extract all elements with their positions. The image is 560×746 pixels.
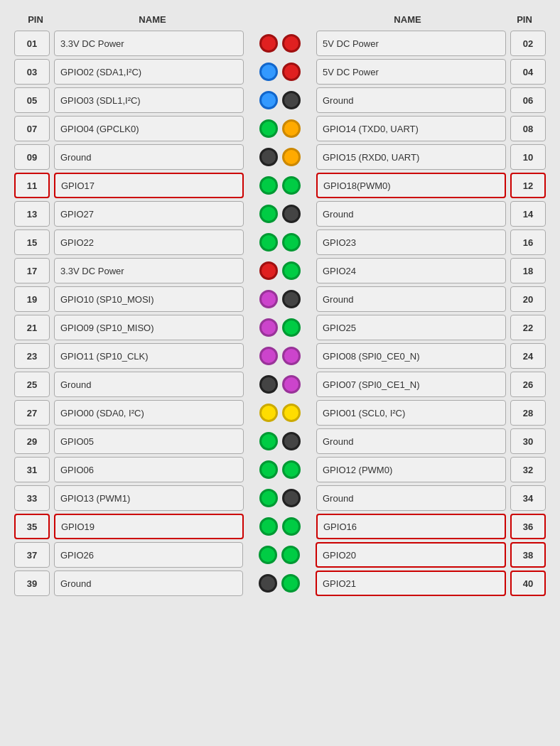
pin-row: 23GPIO11 (SP10_CLK)GPIO08 (SPI0_CE0_N)24: [7, 343, 553, 369]
left-dot: [259, 261, 278, 280]
left-name-cell: GPIO03 (SDL1,I²C): [54, 87, 244, 113]
header-pin-right: PIN: [503, 14, 546, 25]
left-name-cell: 3.3V DC Power: [54, 258, 244, 283]
right-pin-box: 18: [510, 258, 546, 283]
left-pin-box: 33: [14, 485, 50, 511]
pin-row: 27GPIO00 (SDA0, I²C)GPIO01 (SCL0, I²C)28: [7, 400, 553, 426]
right-name-cell: GPIO14 (TXD0, UART): [316, 116, 506, 141]
pin-row: 03GPIO02 (SDA1,I²C)5V DC Power04: [7, 59, 553, 85]
right-pin-box: 22: [510, 315, 546, 340]
pin-row: 13GPIO27Ground14: [7, 201, 553, 227]
left-pin-box: 03: [14, 59, 50, 85]
right-dot: [282, 375, 301, 394]
left-dot: [259, 404, 278, 422]
right-pin-box: 14: [510, 201, 546, 227]
pin-row: 21GPIO09 (SP10_MISO)GPIO2522: [7, 315, 553, 340]
right-name-cell: GPIO08 (SPI0_CE0_N): [316, 343, 506, 369]
center-dots: [248, 233, 312, 252]
left-dot: [259, 432, 278, 450]
left-dot: [259, 119, 278, 138]
center-dots: [248, 318, 312, 337]
left-name-cell: Ground: [54, 372, 244, 397]
left-pin-box: 39: [14, 571, 50, 596]
header-name-right: NAME: [312, 14, 503, 25]
right-name-cell: Ground: [316, 428, 506, 454]
left-dot: [259, 290, 278, 308]
center-dots: [248, 148, 312, 166]
pin-row: 013.3V DC Power5V DC Power02: [7, 31, 553, 56]
left-dot: [259, 574, 277, 593]
center-dots: [248, 432, 312, 450]
left-dot: [259, 489, 278, 507]
center-dots: [248, 34, 312, 53]
right-name-cell: GPIO15 (RXD0, UART): [316, 144, 506, 170]
center-dots: [247, 574, 311, 593]
right-dot: [282, 148, 301, 166]
center-dots: [248, 517, 312, 536]
right-pin-box: 02: [510, 31, 546, 56]
left-pin-box: 11: [14, 173, 50, 198]
right-name-cell: GPIO25: [316, 315, 506, 340]
right-dot: [282, 460, 301, 479]
left-pin-box: 19: [14, 286, 50, 312]
right-pin-box: 24: [510, 343, 546, 369]
left-dot: [259, 318, 278, 337]
header-pin-left: PIN: [14, 14, 57, 25]
left-pin-box: 21: [14, 315, 50, 340]
left-pin-box: 07: [14, 116, 50, 141]
right-name-cell: GPIO07 (SPI0_CE1_N): [316, 372, 506, 397]
right-name-cell: GPIO16: [316, 514, 506, 539]
left-name-cell: Ground: [54, 144, 244, 170]
left-name-cell: Ground: [54, 571, 243, 596]
pin-row: 31GPIO06GPIO12 (PWM0)32: [7, 457, 553, 482]
left-pin-box: 17: [14, 258, 50, 283]
left-pin-box: 27: [14, 400, 50, 426]
left-pin-box: 15: [14, 229, 50, 255]
left-name-cell: GPIO05: [54, 428, 244, 454]
left-pin-box: 13: [14, 201, 50, 227]
right-pin-box: 10: [510, 144, 546, 170]
right-dot: [282, 517, 301, 536]
right-dot: [282, 233, 301, 252]
left-dot: [259, 34, 278, 53]
right-dot: [282, 432, 301, 450]
right-dot: [282, 290, 301, 308]
left-name-cell: GPIO22: [54, 229, 244, 255]
left-dot: [259, 205, 278, 223]
right-pin-box: 28: [510, 400, 546, 426]
pin-row: 25GroundGPIO07 (SPI0_CE1_N)26: [7, 372, 553, 397]
center-dots: [248, 119, 312, 138]
right-pin-box: 40: [510, 571, 546, 596]
right-dot: [282, 261, 301, 280]
pin-row: 35GPIO19GPIO1636: [7, 514, 553, 539]
center-dots: [248, 347, 312, 365]
pin-row: 09GroundGPIO15 (RXD0, UART)10: [7, 144, 553, 170]
center-dots: [248, 489, 312, 507]
left-pin-box: 23: [14, 343, 50, 369]
right-pin-box: 38: [510, 542, 546, 568]
left-pin-box: 37: [14, 542, 50, 568]
right-name-cell: GPIO12 (PWM0): [316, 457, 506, 482]
right-pin-box: 08: [510, 116, 546, 141]
pin-row: 39GroundGPIO2140: [7, 571, 553, 596]
pin-row: 11GPIO17GPIO18(PWM0)12: [7, 173, 553, 198]
pin-row: 07GPIO04 (GPCLK0)GPIO14 (TXD0, UART)08: [7, 116, 553, 141]
left-dot: [259, 176, 278, 195]
right-pin-box: 04: [510, 59, 546, 85]
left-name-cell: GPIO00 (SDA0, I²C): [54, 400, 244, 426]
header-name-left: NAME: [57, 14, 248, 25]
left-pin-box: 31: [14, 457, 50, 482]
pin-row: 173.3V DC PowerGPIO2418: [7, 258, 553, 283]
right-dot: [282, 91, 301, 109]
center-dots: [247, 546, 311, 564]
right-pin-box: 34: [510, 485, 546, 511]
right-dot: [281, 546, 300, 564]
center-dots: [248, 375, 312, 394]
left-dot: [259, 91, 278, 109]
center-dots: [248, 91, 312, 109]
right-name-cell: 5V DC Power: [316, 31, 506, 56]
right-name-cell: GPIO24: [316, 258, 506, 283]
right-pin-box: 32: [510, 457, 546, 482]
left-name-cell: GPIO04 (GPCLK0): [54, 116, 244, 141]
left-pin-box: 25: [14, 372, 50, 397]
